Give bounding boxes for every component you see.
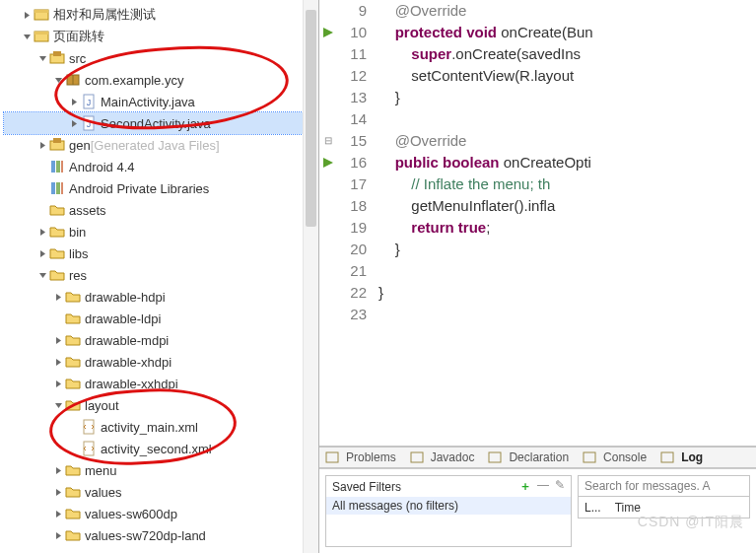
- tree-item-label: 相对和局属性测试: [53, 6, 156, 24]
- tree-item[interactable]: 相对和局属性测试: [4, 4, 318, 26]
- expand-icon[interactable]: [51, 398, 65, 412]
- tree-item[interactable]: Android 4.4: [4, 156, 318, 177]
- expand-icon[interactable]: [51, 528, 65, 542]
- code-line[interactable]: super.onCreate(savedIns: [378, 43, 756, 65]
- tab-console[interactable]: Console: [583, 450, 647, 464]
- tree-item[interactable]: JSecondActivity.java: [4, 112, 318, 134]
- code-line[interactable]: @Override: [378, 130, 756, 152]
- svg-rect-21: [84, 442, 94, 455]
- edit-filter-icon[interactable]: ✎: [555, 478, 565, 495]
- tree-item[interactable]: JMainActivity.java: [4, 91, 318, 112]
- tab-javadoc[interactable]: Javadoc: [410, 450, 475, 464]
- tab-problems[interactable]: Problems: [325, 450, 396, 464]
- code-editor[interactable]: ⊟ 91011121314151617181920212223 @Overrid…: [319, 0, 756, 447]
- tree-item[interactable]: src: [4, 47, 318, 69]
- expand-icon[interactable]: [51, 507, 65, 520]
- expand-icon[interactable]: [20, 30, 34, 43]
- code-line[interactable]: @Override: [378, 0, 756, 22]
- code-line[interactable]: public boolean onCreateOpti: [378, 152, 756, 173]
- log-search-input[interactable]: Search for messages. A: [578, 475, 750, 497]
- code-line[interactable]: setContentView(R.layout: [378, 65, 756, 87]
- tree-item[interactable]: libs: [4, 242, 318, 264]
- expand-icon[interactable]: [20, 8, 34, 22]
- code-line[interactable]: [378, 108, 756, 130]
- project-tree[interactable]: 相对和局属性测试页面跳转srccom.example.ycyJMainActiv…: [0, 0, 318, 550]
- add-filter-icon[interactable]: ＋: [519, 478, 531, 495]
- gutter-line-numbers: 91011121314151617181920212223: [337, 0, 375, 446]
- tree-item[interactable]: drawable-ldpi: [4, 308, 318, 329]
- code-line[interactable]: getMenuInflater().infla: [378, 195, 756, 217]
- tree-item[interactable]: menu: [4, 459, 318, 481]
- expand-icon[interactable]: [51, 290, 65, 304]
- code-line[interactable]: }: [378, 239, 756, 260]
- explorer-scrollbar[interactable]: [303, 0, 318, 553]
- gutter-marker: [319, 0, 337, 22]
- tree-item[interactable]: gen [Generated Java Files]: [4, 134, 318, 156]
- tree-item[interactable]: values-sw600dp: [4, 503, 318, 524]
- expand-icon[interactable]: [67, 95, 81, 108]
- log-table-header: L...Time: [578, 497, 750, 518]
- svg-rect-19: [61, 182, 63, 194]
- source-code[interactable]: @Override protected void onCreate(Bun su…: [375, 0, 756, 446]
- code-line[interactable]: [378, 260, 756, 282]
- folder-icon: [65, 354, 81, 370]
- tree-item[interactable]: bin: [4, 221, 318, 242]
- expand-icon[interactable]: [51, 485, 65, 499]
- gutter-marker: [319, 108, 337, 130]
- svg-rect-23: [411, 452, 423, 462]
- expand-icon[interactable]: [35, 51, 49, 65]
- tree-item[interactable]: drawable-xxhdpi: [4, 373, 318, 394]
- tree-item[interactable]: assets: [4, 199, 318, 221]
- expand-icon[interactable]: [35, 138, 49, 152]
- tree-item[interactable]: drawable-xhdpi: [4, 351, 318, 373]
- code-line[interactable]: [378, 304, 756, 325]
- expand-icon[interactable]: [51, 377, 65, 390]
- tree-item[interactable]: activity_second.xml: [4, 438, 318, 459]
- code-line[interactable]: }: [378, 87, 756, 108]
- tab-declaration[interactable]: Declaration: [488, 450, 569, 464]
- gutter-marker: [319, 65, 337, 87]
- pkgsrc-icon: [49, 50, 65, 66]
- gutter-marker: [319, 282, 337, 304]
- tree-item[interactable]: values-sw720dp-land: [4, 524, 318, 546]
- remove-filter-icon[interactable]: —: [537, 478, 549, 495]
- expand-icon[interactable]: [35, 225, 49, 239]
- gutter-marker: [319, 43, 337, 65]
- tree-item[interactable]: drawable-mdpi: [4, 329, 318, 351]
- bottom-view-tabs[interactable]: ProblemsJavadocDeclarationConsoleLog: [319, 447, 756, 468]
- tree-item[interactable]: drawable-hdpi: [4, 286, 318, 308]
- expand-icon[interactable]: [51, 73, 65, 87]
- tree-item[interactable]: Android Private Libraries: [4, 177, 318, 199]
- tree-item[interactable]: activity_main.xml: [4, 416, 318, 438]
- folder-icon: [65, 289, 81, 305]
- tree-item[interactable]: res: [4, 264, 318, 286]
- log-column-header[interactable]: L...: [584, 501, 601, 515]
- tree-item[interactable]: layout: [4, 394, 318, 416]
- code-line[interactable]: }: [378, 282, 756, 304]
- log-column-header[interactable]: Time: [615, 501, 641, 515]
- xml-icon: [81, 419, 97, 435]
- expand-icon[interactable]: [67, 116, 81, 130]
- svg-rect-24: [489, 452, 501, 462]
- line-number: 20: [337, 239, 367, 260]
- expand-icon[interactable]: [35, 246, 49, 260]
- svg-rect-15: [56, 161, 60, 173]
- code-line[interactable]: // Inflate the menu; th: [378, 173, 756, 195]
- tree-item[interactable]: com.example.ycy: [4, 69, 318, 91]
- code-line[interactable]: protected void onCreate(Bun: [378, 22, 756, 43]
- tab-icon: [325, 450, 339, 464]
- expand-icon[interactable]: [51, 333, 65, 347]
- tree-item[interactable]: values: [4, 481, 318, 503]
- svg-rect-5: [53, 51, 61, 56]
- scrollbar-thumb[interactable]: [306, 10, 316, 227]
- tree-item[interactable]: 页面跳转: [4, 26, 318, 47]
- expand-icon[interactable]: [51, 355, 65, 369]
- gutter-markers: ⊟: [319, 0, 337, 446]
- expand-icon[interactable]: [51, 463, 65, 477]
- tree-item-label: Android Private Libraries: [69, 181, 209, 196]
- tab-log[interactable]: Log: [660, 450, 703, 464]
- pkgsrc-icon: [49, 137, 65, 153]
- expand-icon[interactable]: [35, 268, 49, 282]
- code-line[interactable]: return true;: [378, 217, 756, 239]
- filter-item-all[interactable]: All messages (no filters): [326, 497, 571, 515]
